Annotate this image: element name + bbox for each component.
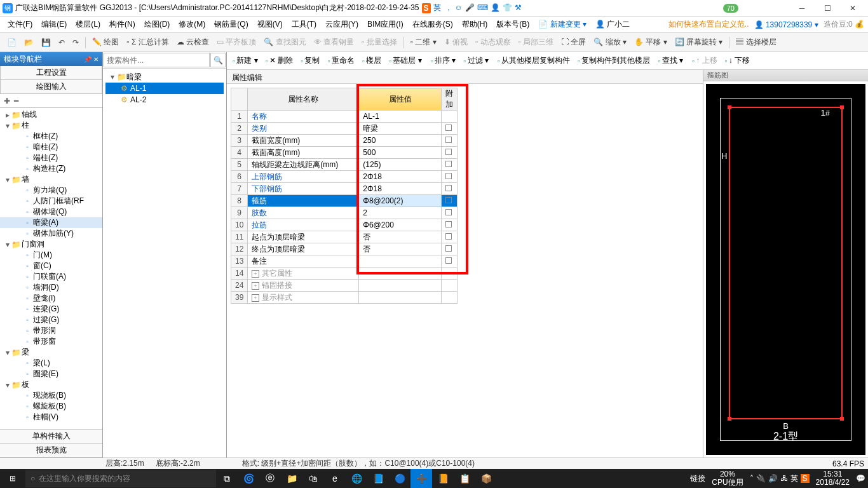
tree-item[interactable]: ▫框柱(Z) <box>0 131 102 142</box>
tree-item[interactable]: ▾📁门窗洞 <box>0 239 102 250</box>
ctb-item[interactable]: ▫ 复制 <box>297 54 323 67</box>
minimize-button[interactable]: ─ <box>789 1 815 16</box>
prop-row[interactable]: 10拉筋Φ6@200 <box>231 219 458 231</box>
toolbar-open[interactable]: 📂 <box>21 37 37 48</box>
app4-icon[interactable]: ➕ <box>410 469 432 488</box>
link-text[interactable]: 链接 <box>690 473 705 484</box>
tree-item[interactable]: ▫剪力墙(Q) <box>0 185 102 196</box>
user-indicator[interactable]: 👤 广小二 <box>592 17 634 32</box>
tree-item[interactable]: ▫人防门框墙(RF <box>0 196 102 207</box>
tree-item[interactable]: ▾📁柱 <box>0 120 102 131</box>
prop-row[interactable]: 24+锚固搭接 <box>231 280 458 292</box>
ctb-item[interactable]: ▫ ↑ 上移 <box>689 54 721 67</box>
app2-icon[interactable]: 📘 <box>367 469 389 488</box>
ctb-item[interactable]: ▫ 查找 ▾ <box>654 54 686 67</box>
toolbar-new[interactable]: 📄 <box>4 37 20 48</box>
tree-item[interactable]: ▫带形窗 <box>0 336 102 347</box>
tree-item[interactable]: ▫暗柱(Z) <box>0 142 102 152</box>
preview-canvas[interactable]: 1# H B 2-1型 <box>706 84 865 455</box>
tree-item[interactable]: ▫墙洞(D) <box>0 282 102 293</box>
app5-icon[interactable]: 📙 <box>432 469 454 488</box>
explorer-icon[interactable]: 📁 <box>281 469 302 488</box>
prop-row[interactable]: 3截面宽度(mm)250 <box>231 135 458 147</box>
toolbar-full[interactable]: ⛶ 全屏 <box>558 36 589 49</box>
menu-floor[interactable]: 楼层(L) <box>72 17 104 32</box>
tray-up-icon[interactable]: ˄ <box>750 474 754 483</box>
tree-item[interactable]: ▫现浇板(B) <box>0 390 102 401</box>
tray-sogou-icon[interactable]: S <box>801 474 810 483</box>
toolbar-draw[interactable]: ✏️ 绘图 <box>89 36 122 49</box>
tree-item[interactable]: ▫端柱(Z) <box>0 152 102 163</box>
ie-icon[interactable]: 🌐 <box>346 469 367 488</box>
ctb-item[interactable]: ▫ 排序 ▾ <box>428 54 459 67</box>
component-item[interactable]: ⚙AL-1 <box>105 83 224 94</box>
notification-icon[interactable]: 💬 <box>856 474 865 483</box>
ctb-item[interactable]: ▫ ✕ 删除 <box>262 54 297 67</box>
tree-item[interactable]: ▫过梁(G) <box>0 315 102 325</box>
notify-counter[interactable]: 70 <box>723 4 738 13</box>
ctb-item[interactable]: ▫ ↓ 下移 <box>722 54 754 67</box>
store-icon[interactable]: 🛍 <box>302 469 324 488</box>
toolbar-dyn[interactable]: ▫ 动态观察 <box>472 36 514 49</box>
edge2-icon[interactable]: e <box>324 469 346 488</box>
menu-cloud[interactable]: 云应用(Y) <box>322 17 362 32</box>
tray-power-icon[interactable]: 🔌 <box>756 474 766 483</box>
taskbar-search[interactable]: ○在这里输入你要搜索的内容 <box>25 470 216 487</box>
tray-volume-icon[interactable]: 🔊 <box>768 474 778 483</box>
tree-item[interactable]: ▫梁(L) <box>0 358 102 369</box>
search-button[interactable]: 🔍 <box>210 53 226 67</box>
toolbar-save[interactable]: 💾 <box>38 37 54 48</box>
project-settings-tab[interactable]: 工程设置 <box>0 66 102 80</box>
report-preview-tab[interactable]: 报表预览 <box>0 444 102 458</box>
prop-row[interactable]: 5轴线距梁左边线距离(mm)(125) <box>231 159 458 171</box>
toolbar-2d[interactable]: ▫ 二维 ▾ <box>407 36 440 49</box>
ctb-item[interactable]: ▫ 新建 ▾ <box>229 54 261 67</box>
menu-tools[interactable]: 工具(T) <box>288 17 320 32</box>
tree-item[interactable]: ▫砌体加筋(Y) <box>0 228 102 239</box>
toolbar-sum[interactable]: ▫ Σ 汇总计算 <box>123 36 172 49</box>
toolbar-view[interactable]: 👁 查看钢量 <box>311 36 357 49</box>
close-button[interactable]: ✕ <box>840 1 865 16</box>
prop-row[interactable]: 6上部钢筋2Φ18 <box>231 171 458 183</box>
ctb-item[interactable]: ▫ 基础层 ▾ <box>386 54 425 67</box>
menu-draw[interactable]: 绘图(D) <box>140 17 174 32</box>
component-item[interactable]: ⚙AL-2 <box>105 94 224 105</box>
ctb-item[interactable]: ▫ 过滤 ▾ <box>460 54 492 67</box>
menu-component[interactable]: 构件(N) <box>105 17 139 32</box>
toolbar-find[interactable]: 🔍 查找图元 <box>261 36 309 49</box>
ime-indicator[interactable]: S 英 ，☺🎤⌨👤👕⚒ <box>422 3 523 13</box>
tray-net-icon[interactable]: 🖧 <box>780 474 788 483</box>
tree-item[interactable]: ▫圈梁(E) <box>0 369 102 379</box>
tray-ime-icon[interactable]: 英 <box>790 473 798 484</box>
app3-icon[interactable]: 🔵 <box>389 469 410 488</box>
toolbar-floor[interactable]: ▤ 选择楼层 <box>733 36 779 49</box>
prop-row[interactable]: 39+显示样式 <box>231 292 458 304</box>
tree-controls[interactable]: ✚━ <box>0 94 102 108</box>
clock[interactable]: 15:312018/4/22 <box>812 470 853 487</box>
tree-item[interactable]: ▸📁轴线 <box>0 109 102 120</box>
draw-input-tab[interactable]: 绘图输入 <box>0 80 102 94</box>
ctb-item[interactable]: ▫ 重命名 <box>324 54 357 67</box>
menu-version[interactable]: 版本号(B) <box>492 17 533 32</box>
menu-online[interactable]: 在线服务(S) <box>409 17 457 32</box>
tree-item[interactable]: ▫砌体墙(Q) <box>0 207 102 217</box>
ctb-item[interactable]: ▫ 楼层 <box>359 54 384 67</box>
toolbar-top[interactable]: ⬇ 俯视 <box>441 36 471 49</box>
toolbar-redo[interactable]: ↷ <box>69 37 82 48</box>
toolbar-3d[interactable]: ▫ 局部三维 <box>515 36 557 49</box>
toolbar-pan[interactable]: ✋ 平移 ▾ <box>631 36 670 49</box>
tree-item[interactable]: ▫门联窗(A) <box>0 271 102 282</box>
edge-icon[interactable]: ⓔ <box>259 469 281 488</box>
toolbar-zoom[interactable]: 🔍 缩放 ▾ <box>590 36 630 49</box>
tree-item[interactable]: ▫带形洞 <box>0 325 102 336</box>
cpu-meter[interactable]: 20%CPU使用 <box>708 470 747 487</box>
app6-icon[interactable]: 📋 <box>454 469 475 488</box>
tip-link[interactable]: 如何快速布置自定义范.. <box>668 19 749 30</box>
prop-row[interactable]: 4截面高度(mm)500 <box>231 147 458 159</box>
tree-item[interactable]: ▫壁龛(I) <box>0 293 102 304</box>
account-link[interactable]: 👤 13907298339 ▾ <box>754 20 818 29</box>
prop-row[interactable]: 2类别暗梁 <box>231 123 458 135</box>
menu-view[interactable]: 视图(V) <box>254 17 287 32</box>
tree-item[interactable]: ▫暗梁(A) <box>0 217 102 228</box>
toolbar-batch[interactable]: ▫ 批量选择 <box>358 36 400 49</box>
